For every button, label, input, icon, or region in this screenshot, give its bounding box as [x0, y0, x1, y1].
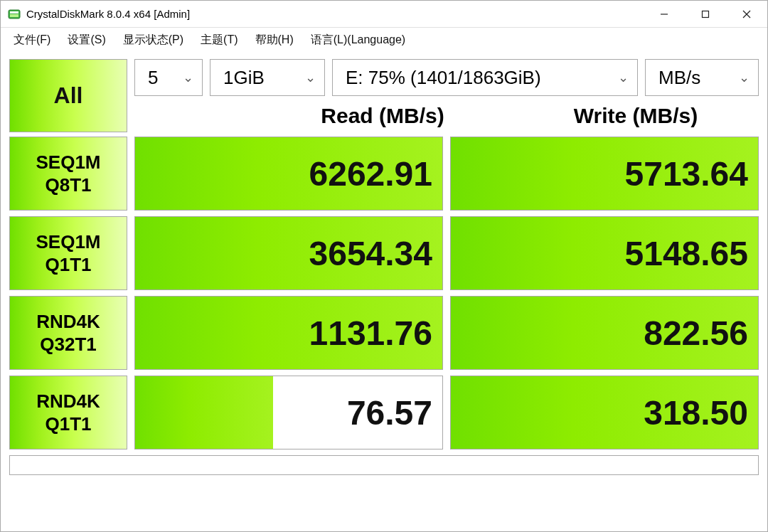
- app-window: CrystalDiskMark 8.0.4 x64 [Admin] 文件(F) …: [0, 0, 768, 532]
- unit-select[interactable]: MB/s ⌄: [645, 59, 759, 96]
- test-label-line1: SEQ1M: [36, 230, 100, 254]
- test-label-line1: SEQ1M: [36, 151, 100, 174]
- results-grid: SEQ1M Q8T1 6262.91 5713.64 SEQ1M Q1T1: [9, 137, 759, 449]
- svg-rect-2: [10, 14, 18, 17]
- read-cell: 6262.91: [134, 137, 443, 211]
- test-button-seq1m-q8t1[interactable]: SEQ1M Q8T1: [9, 137, 127, 211]
- menubar: 文件(F) 设置(S) 显示状态(P) 主题(T) 帮助(H) 语言(L)(La…: [1, 28, 767, 52]
- read-value: 1131.76: [135, 297, 442, 369]
- test-count-value: 5: [148, 67, 158, 89]
- window-controls: [644, 1, 767, 27]
- test-row: SEQ1M Q1T1 3654.34 5148.65: [9, 216, 759, 290]
- drive-value: E: 75% (1401/1863GiB): [346, 67, 541, 89]
- test-button-rnd4k-q32t1[interactable]: RND4K Q32T1: [9, 296, 127, 370]
- menu-settings[interactable]: 设置(S): [59, 30, 114, 50]
- test-label-line2: Q8T1: [45, 174, 91, 197]
- test-label-line1: RND4K: [36, 390, 100, 413]
- write-value: 5148.65: [451, 217, 758, 289]
- read-cell: 76.57: [134, 376, 443, 449]
- read-value: 76.57: [135, 376, 442, 449]
- test-label-line2: Q1T1: [45, 253, 91, 277]
- svg-rect-1: [10, 11, 18, 14]
- maximize-button[interactable]: [685, 1, 726, 27]
- app-icon: [8, 8, 21, 21]
- chevron-down-icon: ⌄: [305, 70, 316, 85]
- write-cell: 318.50: [450, 376, 759, 449]
- read-header: Read (MB/s): [260, 104, 506, 128]
- chevron-down-icon: ⌄: [183, 70, 193, 85]
- menu-display[interactable]: 显示状态(P): [114, 30, 192, 50]
- test-row: RND4K Q1T1 76.57 318.50: [9, 376, 759, 449]
- menu-theme[interactable]: 主题(T): [192, 30, 246, 50]
- write-cell: 5148.65: [450, 216, 759, 290]
- all-button[interactable]: All: [9, 59, 127, 132]
- menu-help[interactable]: 帮助(H): [247, 30, 302, 50]
- read-cell: 1131.76: [134, 296, 443, 370]
- titlebar[interactable]: CrystalDiskMark 8.0.4 x64 [Admin]: [1, 1, 767, 28]
- test-button-rnd4k-q1t1[interactable]: RND4K Q1T1: [9, 376, 127, 449]
- unit-value: MB/s: [658, 67, 700, 89]
- chevron-down-icon: ⌄: [618, 70, 629, 85]
- write-cell: 822.56: [450, 296, 759, 370]
- write-value: 318.50: [451, 376, 758, 449]
- window-title: CrystalDiskMark 8.0.4 x64 [Admin]: [26, 8, 644, 20]
- write-header: Write (MB/s): [513, 104, 759, 128]
- test-count-select[interactable]: 5 ⌄: [134, 59, 203, 96]
- write-cell: 5713.64: [450, 137, 759, 211]
- read-value: 6262.91: [135, 137, 442, 210]
- menu-language[interactable]: 语言(L)(Language): [302, 30, 414, 50]
- test-row: RND4K Q32T1 1131.76 822.56: [9, 296, 759, 370]
- content-area: All 5 ⌄ 1GiB ⌄ E: 75% (1401/1863GiB) ⌄: [1, 52, 767, 531]
- minimize-button[interactable]: [644, 1, 685, 27]
- drive-select[interactable]: E: 75% (1401/1863GiB) ⌄: [332, 59, 638, 96]
- test-button-seq1m-q1t1[interactable]: SEQ1M Q1T1: [9, 216, 127, 290]
- test-label-line2: Q1T1: [45, 413, 91, 436]
- status-bar: [9, 455, 759, 475]
- svg-rect-4: [703, 11, 709, 17]
- test-size-select[interactable]: 1GiB ⌄: [210, 59, 325, 96]
- menu-file[interactable]: 文件(F): [5, 30, 59, 50]
- test-label-line1: RND4K: [36, 310, 100, 334]
- test-row: SEQ1M Q8T1 6262.91 5713.64: [9, 137, 759, 211]
- write-value: 822.56: [451, 297, 758, 369]
- chevron-down-icon: ⌄: [739, 70, 750, 85]
- close-button[interactable]: [726, 1, 767, 27]
- read-value: 3654.34: [135, 217, 442, 289]
- all-button-label: All: [54, 83, 83, 109]
- read-cell: 3654.34: [134, 216, 443, 290]
- test-label-line2: Q32T1: [40, 333, 97, 356]
- write-value: 5713.64: [451, 137, 758, 210]
- test-size-value: 1GiB: [223, 67, 265, 89]
